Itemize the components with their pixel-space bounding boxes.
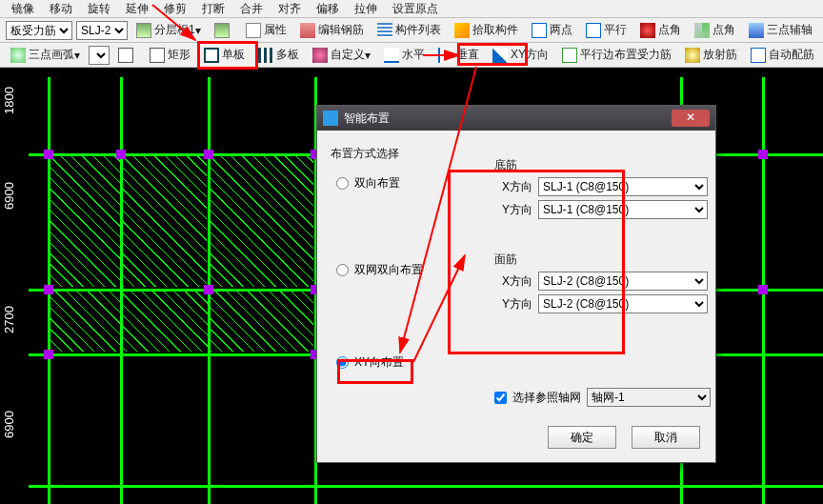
list-icon <box>377 23 392 38</box>
vertical-icon <box>438 48 453 63</box>
properties-label: 属性 <box>264 22 287 38</box>
xdir-label-t: X方向 <box>494 273 532 290</box>
rect-label: 矩形 <box>168 47 191 63</box>
menu-align[interactable]: 对齐 <box>271 1 309 17</box>
misc-icon <box>118 48 133 63</box>
dim-2700: 2700 <box>2 306 16 333</box>
edit-rebar-button[interactable]: 编辑钢筋 <box>294 20 370 40</box>
parallel-edge-label: 平行边布置受力筋 <box>580 47 672 63</box>
menu-offset[interactable]: 偏移 <box>309 1 347 17</box>
angle-label: 点角 <box>713 22 735 38</box>
dialog-icon <box>323 111 338 126</box>
vertical-button[interactable]: 垂直 <box>432 45 485 65</box>
close-button[interactable]: ✕ <box>672 110 710 127</box>
menu-stretch[interactable]: 拉伸 <box>347 1 385 17</box>
ok-button[interactable]: 确定 <box>548 426 616 449</box>
custom-label: 自定义 <box>331 47 365 63</box>
three-point-axis-button[interactable]: 三点辅轴 <box>743 20 818 40</box>
single-slab-label: 单板 <box>222 47 245 63</box>
select-component[interactable]: SLJ-2 <box>76 21 128 40</box>
menu-trim[interactable]: 修剪 <box>156 1 194 17</box>
custom-button[interactable]: 自定义 ▾ <box>307 45 376 65</box>
radial-button[interactable]: 放射筋 <box>679 45 743 65</box>
layer-picker-button[interactable] <box>209 21 238 40</box>
three-point-arc-button[interactable]: 三点画弧 ▾ <box>5 45 86 65</box>
layer-button[interactable]: 分层板1 ▾ <box>130 20 207 40</box>
vertical-label: 垂直 <box>456 47 479 63</box>
edit-rebar-label: 编辑钢筋 <box>318 22 364 38</box>
parallel-button[interactable]: 平行 <box>580 20 632 40</box>
radial-icon <box>685 48 700 63</box>
multi-slab-icon <box>258 48 273 63</box>
arc-label: 三点画弧 <box>29 47 74 63</box>
menu-rotate[interactable]: 旋转 <box>80 1 118 17</box>
dialog-titlebar[interactable]: 智能布置 ✕ <box>317 106 715 131</box>
pick-component-button[interactable]: 拾取构件 <box>449 20 524 40</box>
pick-icon <box>454 23 470 38</box>
menu-extend[interactable]: 延伸 <box>118 1 156 17</box>
two-point-label: 两点 <box>550 22 572 38</box>
parallel-label: 平行 <box>604 22 627 38</box>
menu-origin[interactable]: 设置原点 <box>385 1 446 17</box>
dialog-title: 智能布置 <box>344 111 390 127</box>
component-list-button[interactable]: 构件列表 <box>371 20 447 40</box>
layer-picker-icon <box>214 23 230 38</box>
point-label: 点角 <box>658 22 681 38</box>
ref-axis-select[interactable]: 轴网-1 <box>587 388 711 407</box>
top-menu-row: 镜像 移动 旋转 延伸 修剪 打断 合并 对齐 偏移 拉伸 设置原点 <box>0 0 823 18</box>
multi-slab-label: 多板 <box>276 47 299 63</box>
xy-icon <box>492 48 508 63</box>
xy-direction-label: XY方向 <box>511 47 549 63</box>
single-slab-icon <box>204 48 219 63</box>
toolbar-2: 三点画弧 ▾ 矩形 单板 多板 自定义 ▾ 水平 垂直 XY方向 平行边布置受力… <box>0 43 823 68</box>
arc-icon <box>10 48 26 63</box>
custom-icon <box>312 48 328 63</box>
rect-button[interactable]: 矩形 <box>144 45 196 65</box>
angle-icon <box>694 23 710 38</box>
dim-6900a: 6900 <box>2 182 16 210</box>
dim-6900b: 6900 <box>2 411 16 438</box>
rebar-icon <box>300 23 315 38</box>
top-y-select[interactable]: SLJ-2 (C8@150) <box>538 294 708 313</box>
component-list-label: 构件列表 <box>395 22 441 38</box>
three-point-axis-icon <box>749 23 764 38</box>
auto-rebar-button[interactable]: 自动配筋 <box>745 45 820 65</box>
horizontal-label: 水平 <box>402 47 425 63</box>
layer-label: 分层板1 <box>154 22 195 38</box>
radio-two-way-label: 双向布置 <box>354 175 400 192</box>
multi-slab-button[interactable]: 多板 <box>252 45 305 65</box>
dim-1800: 1800 <box>2 87 16 114</box>
top-x-select[interactable]: SLJ-2 (C8@150) <box>538 272 708 291</box>
menu-break[interactable]: 打断 <box>194 1 232 17</box>
menu-move[interactable]: 移动 <box>42 1 80 17</box>
bottom-y-select[interactable]: SLJ-1 (C8@150) <box>538 200 708 219</box>
radio-xy-label: XY向布置 <box>354 354 404 371</box>
parallel-edge-button[interactable]: 平行边布置受力筋 <box>556 45 677 65</box>
parallel-edge-icon <box>562 48 577 63</box>
toolbar-1: 板受力筋 SLJ-2 分层板1 ▾ 属性 编辑钢筋 构件列表 拾取构件 两点 平… <box>0 18 823 43</box>
angle-button[interactable]: 点角 <box>689 20 741 40</box>
auto-rebar-icon <box>751 48 766 63</box>
single-slab-button[interactable]: 单板 <box>198 45 251 65</box>
two-point-icon <box>532 23 547 38</box>
point-icon <box>640 23 655 38</box>
xdir-label-b: X方向 <box>494 179 532 195</box>
select-category[interactable]: 板受力筋 <box>6 21 72 40</box>
two-point-button[interactable]: 两点 <box>526 20 578 40</box>
layer-icon <box>136 23 151 38</box>
radio-xy[interactable]: XY向布置 <box>336 354 702 371</box>
menu-merge[interactable]: 合并 <box>232 1 271 17</box>
auto-rebar-label: 自动配筋 <box>769 47 814 63</box>
cancel-button[interactable]: 取消 <box>632 426 700 449</box>
point-button[interactable]: 点角 <box>634 20 687 40</box>
select-empty[interactable] <box>89 46 110 65</box>
ref-axis-checkbox[interactable] <box>494 392 507 404</box>
menu-mirror[interactable]: 镜像 <box>4 1 42 17</box>
icon-button-a[interactable] <box>112 46 142 65</box>
bottom-x-select[interactable]: SLJ-1 (C8@150) <box>538 177 708 196</box>
parallel-icon <box>586 23 601 38</box>
horizontal-button[interactable]: 水平 <box>378 45 431 65</box>
xy-direction-button[interactable]: XY方向 <box>487 45 554 65</box>
ydir-label-b: Y方向 <box>494 202 532 218</box>
properties-button[interactable]: 属性 <box>240 20 292 40</box>
